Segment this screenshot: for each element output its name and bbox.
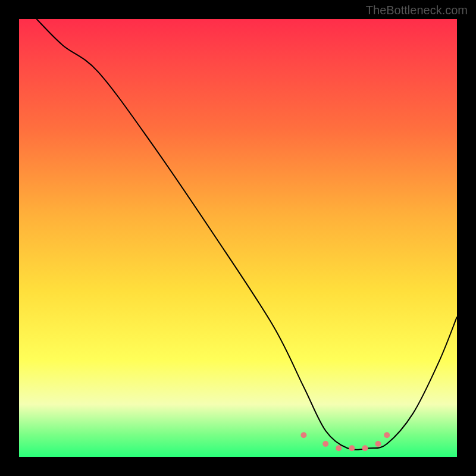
highlight-dot [362,445,368,451]
highlight-dot [384,432,390,438]
chart-canvas [19,19,457,457]
main-curve [36,19,457,450]
highlight-dot [336,445,342,451]
highlight-dot [349,445,355,451]
highlight-dot [322,441,328,447]
highlight-dot [375,441,381,447]
highlight-dot [300,432,306,438]
watermark-text: TheBottleneck.com [366,4,468,17]
chart-svg [19,19,457,457]
